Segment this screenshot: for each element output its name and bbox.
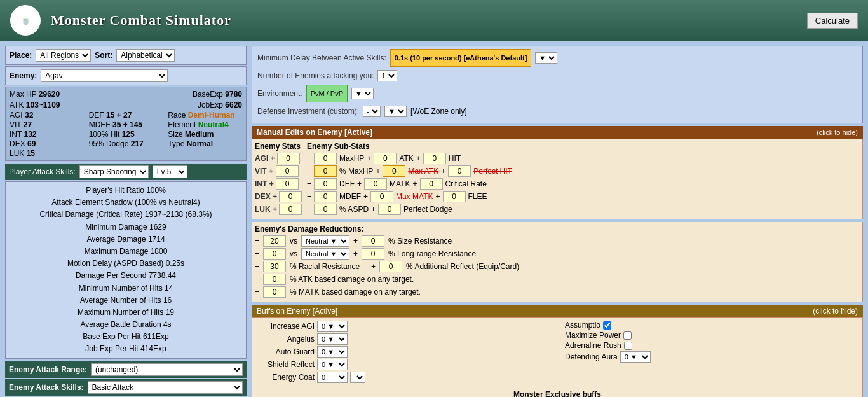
vit-row: VIT + (255, 165, 302, 177)
player-skills-label: Player Attack Skills: (9, 167, 76, 176)
hit-input[interactable] (423, 153, 446, 164)
enemy-select[interactable]: Agav (41, 69, 168, 82)
enemies-row: Number of Enemies attacking you: 1 (257, 68, 857, 83)
click-hide-buffs[interactable]: (click to hide) (813, 307, 858, 316)
racial-input[interactable] (263, 261, 286, 272)
defense-sub-select[interactable]: ▼ (384, 106, 407, 117)
defending-aura-select[interactable]: 0 ▼ (620, 351, 651, 363)
race-stat: Race Demi-Human (168, 111, 242, 120)
manual-edits-header[interactable]: Manual Edits on Enemy [Active] (click to… (252, 126, 863, 139)
def-sub-input[interactable] (314, 178, 337, 190)
max-damage: Maximum Damage 1800 (11, 246, 241, 258)
job-exp: JobExp 6620 (198, 101, 242, 109)
angelus-select[interactable]: 0 ▼ (317, 333, 348, 345)
max-matk-input[interactable] (370, 191, 393, 202)
dmg-row-3: + % Racial Resistance + % Additional Ref… (255, 261, 860, 272)
matk-input[interactable] (364, 178, 387, 190)
increase-agi-select[interactable]: 0 ▼ (317, 321, 348, 332)
dex-input[interactable] (279, 191, 302, 202)
environment-row: Environment: PvM / PvP ▼ (257, 85, 857, 102)
environment-select[interactable]: ▼ (351, 88, 374, 99)
sort-select[interactable]: Alphabetical (116, 49, 175, 62)
pct-maxhp-label: % MaxHP (339, 167, 373, 176)
enemy-row: Enemy: Agav (5, 66, 247, 85)
luk-input[interactable] (279, 204, 302, 215)
crit-rate-input[interactable] (420, 178, 443, 190)
place-select[interactable]: All Regions (36, 49, 91, 62)
longrange-input1[interactable] (263, 248, 286, 260)
buffs-header[interactable]: Buffs on Enemy [Active] (click to hide) (252, 305, 863, 317)
base-exp-hit: Base Exp Per Hit 611Exp (11, 331, 241, 343)
shield-reflect-label: Shield Reflect (257, 360, 315, 369)
int-input[interactable] (276, 178, 299, 190)
size-res-input[interactable] (263, 235, 286, 247)
maxhp-input[interactable] (314, 153, 337, 164)
energy-coat-select2[interactable]: ▼ (350, 372, 365, 383)
pct-maxhp-input[interactable] (314, 165, 337, 177)
max-hp: Max HP 29620 (10, 90, 60, 99)
max-matk-label: Max MATK (396, 192, 433, 201)
racial-label: % Racial Resistance (290, 262, 360, 271)
lv-select[interactable]: Lv 5 (153, 165, 187, 178)
sort-label: Sort: (95, 51, 112, 60)
perfect-hit-input[interactable] (448, 165, 471, 177)
defense-select[interactable]: - (363, 106, 381, 117)
defense-label: Defense Investment (custom): (257, 104, 359, 119)
neutral-select-2[interactable]: Neutral ▼ (301, 248, 349, 260)
enemy-stats-col: Enemy Stats AGI + VIT + INT + DEX + (255, 142, 302, 216)
pct-aspd-input[interactable] (314, 204, 337, 215)
adrenaline-rush-row: Adrenaline Rush (562, 341, 857, 350)
adrenaline-rush-checkbox[interactable] (624, 342, 632, 350)
atk-any-label: % ATK based damage on any target. (290, 275, 414, 284)
calculate-button[interactable]: Calculate (807, 13, 858, 29)
substats-row3: + DEF + MATK + Critical Rate (307, 178, 860, 190)
increase-agi-row: Increase AGI 0 ▼ (257, 321, 552, 332)
luk-row: LUK + (255, 204, 302, 215)
neutral-select-1[interactable]: Neutral ▼ (301, 235, 349, 247)
enemy-stats-col-header: Enemy Stats (255, 142, 302, 151)
agi-input[interactable] (277, 153, 300, 164)
atk-input[interactable] (374, 153, 397, 164)
mdef-sub-input[interactable] (314, 191, 337, 202)
energy-coat-select[interactable]: 0 (317, 372, 348, 383)
hit-stat: 100% Hit 125 (89, 130, 163, 139)
dex-stat: DEX 69 (10, 139, 84, 148)
maximize-power-checkbox[interactable] (623, 331, 632, 340)
hit-label: HIT (449, 154, 461, 163)
matk-any-input[interactable] (263, 286, 286, 298)
player-skills-row: Player Attack Skills: Sharp Shooting Lv … (5, 164, 247, 180)
int-label: INT + (255, 179, 274, 188)
size-stat: Size Medium (168, 130, 242, 139)
auto-guard-select[interactable]: 0 ▼ (317, 346, 348, 358)
assumptio-checkbox[interactable] (603, 321, 611, 330)
reflect-input[interactable] (379, 261, 402, 272)
atk-any-input[interactable] (263, 274, 286, 285)
size-res-input2[interactable] (362, 235, 384, 247)
max-atk-label: Max ATK (408, 167, 438, 176)
matk-any-label: % MATK based damage on any target. (290, 288, 421, 296)
flee-input[interactable] (443, 191, 466, 202)
agi-row: AGI + (255, 153, 302, 164)
max-atk-input[interactable] (383, 165, 405, 177)
combat-stats: Player's Hit Ratio 100% Attack Element S… (5, 181, 247, 359)
min-damage: Minimum Damage 1629 (11, 221, 241, 233)
max-hp-row: Max HP 29620 BaseExp 9780 (10, 90, 242, 99)
longrange-input2[interactable] (362, 248, 384, 260)
dmg-row-1: + vs Neutral ▼ + % Size Resistance (255, 235, 860, 247)
flee-label: FLEE (468, 192, 487, 201)
substats-row2: + % MaxHP + Max ATK + Perfect HIT (307, 165, 860, 177)
enemy-range-bar: Enemy Attack Range: (unchanged) (5, 361, 247, 378)
enemy-skills-select[interactable]: Basic Attack (88, 381, 243, 394)
click-hide[interactable]: (click to hide) (817, 129, 858, 136)
enemy-range-select[interactable]: (unchanged) (91, 363, 243, 376)
luk-label: LUK + (255, 205, 277, 214)
enemies-select[interactable]: 1 (377, 70, 397, 81)
shield-reflect-select[interactable]: 0 ▼ (317, 359, 348, 370)
agi-stat: AGI 32 (10, 111, 84, 120)
woe-label: [WoE Zone only] (410, 104, 467, 119)
perfect-dodge-input[interactable] (378, 204, 401, 215)
skill-select[interactable]: Sharp Shooting (79, 165, 149, 178)
min-delay-select[interactable]: ▼ (535, 52, 557, 64)
app-title: Monster Combat Simulator (51, 12, 231, 29)
vit-input[interactable] (276, 165, 299, 177)
